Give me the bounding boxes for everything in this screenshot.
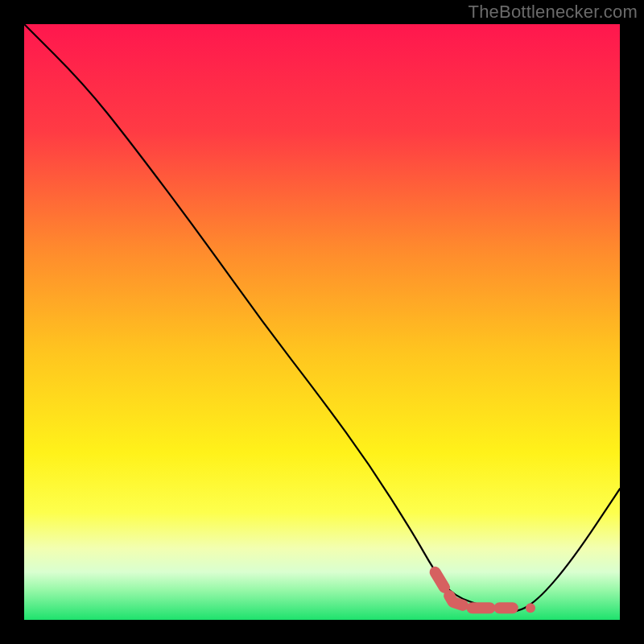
chart-svg: [24, 24, 620, 620]
optimal-point-icon: [526, 603, 535, 613]
plot-area: [24, 24, 620, 620]
attribution-text: TheBottlenecker.com: [469, 2, 638, 23]
chart-frame: TheBottlenecker.com: [0, 0, 644, 644]
chart-background: [24, 24, 620, 620]
